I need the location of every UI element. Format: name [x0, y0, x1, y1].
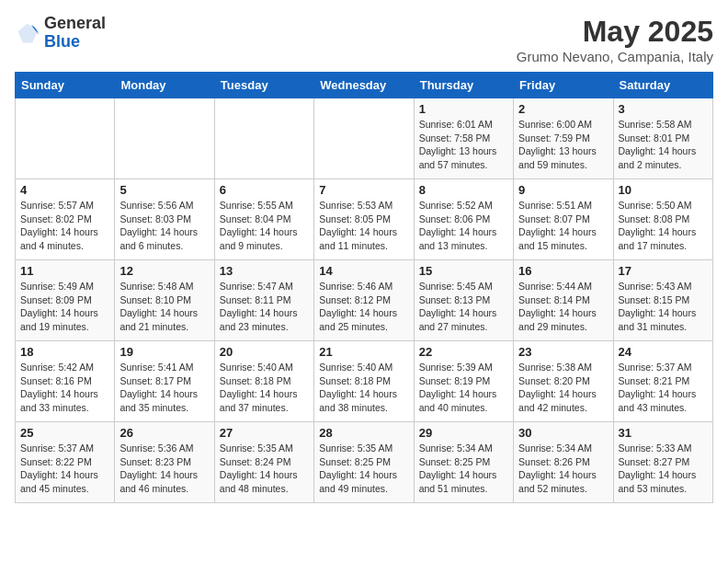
calendar-cell: 14Sunrise: 5:46 AM Sunset: 8:12 PM Dayli… [314, 260, 414, 341]
day-info: Sunrise: 5:38 AM Sunset: 8:20 PM Dayligh… [518, 361, 608, 415]
calendar-cell: 26Sunrise: 5:36 AM Sunset: 8:23 PM Dayli… [115, 422, 214, 503]
calendar-cell: 30Sunrise: 5:34 AM Sunset: 8:26 PM Dayli… [514, 422, 613, 503]
day-info: Sunrise: 5:55 AM Sunset: 8:04 PM Dayligh… [220, 199, 309, 253]
weekday-header: Tuesday [214, 73, 313, 98]
calendar-cell: 7Sunrise: 5:53 AM Sunset: 8:05 PM Daylig… [314, 179, 414, 260]
day-number: 31 [619, 426, 708, 440]
day-info: Sunrise: 5:35 AM Sunset: 8:25 PM Dayligh… [319, 442, 408, 496]
calendar-cell: 9Sunrise: 5:51 AM Sunset: 8:07 PM Daylig… [514, 179, 613, 260]
day-info: Sunrise: 5:57 AM Sunset: 8:02 PM Dayligh… [20, 199, 109, 253]
logo-blue: Blue [44, 32, 80, 51]
calendar-cell: 28Sunrise: 5:35 AM Sunset: 8:25 PM Dayli… [314, 422, 414, 503]
day-number: 29 [419, 426, 508, 440]
day-info: Sunrise: 5:40 AM Sunset: 8:18 PM Dayligh… [319, 361, 408, 415]
calendar-cell [314, 98, 414, 179]
day-number: 13 [220, 264, 309, 278]
calendar-header: SundayMondayTuesdayWednesdayThursdayFrid… [16, 73, 713, 98]
day-number: 22 [419, 345, 508, 359]
calendar-cell: 22Sunrise: 5:39 AM Sunset: 8:19 PM Dayli… [414, 341, 513, 422]
day-number: 16 [518, 264, 608, 278]
day-info: Sunrise: 5:35 AM Sunset: 8:24 PM Dayligh… [220, 442, 309, 496]
day-number: 4 [20, 183, 109, 197]
calendar-cell: 20Sunrise: 5:40 AM Sunset: 8:18 PM Dayli… [214, 341, 313, 422]
calendar-cell: 16Sunrise: 5:44 AM Sunset: 8:14 PM Dayli… [514, 260, 613, 341]
day-number: 14 [319, 264, 408, 278]
calendar-cell: 19Sunrise: 5:41 AM Sunset: 8:17 PM Dayli… [115, 341, 214, 422]
day-number: 26 [119, 426, 209, 440]
day-number: 3 [619, 102, 708, 116]
calendar-cell: 17Sunrise: 5:43 AM Sunset: 8:15 PM Dayli… [613, 260, 712, 341]
day-info: Sunrise: 5:47 AM Sunset: 8:11 PM Dayligh… [220, 280, 309, 334]
calendar-cell: 23Sunrise: 5:38 AM Sunset: 8:20 PM Dayli… [514, 341, 613, 422]
day-info: Sunrise: 5:34 AM Sunset: 8:25 PM Dayligh… [419, 442, 508, 496]
weekday-header: Saturday [613, 73, 712, 98]
day-info: Sunrise: 5:50 AM Sunset: 8:08 PM Dayligh… [619, 199, 708, 253]
day-info: Sunrise: 5:37 AM Sunset: 8:22 PM Dayligh… [20, 442, 109, 496]
logo-general: General [44, 14, 106, 32]
day-number: 10 [619, 183, 708, 197]
day-info: Sunrise: 5:36 AM Sunset: 8:23 PM Dayligh… [119, 442, 209, 496]
calendar-cell: 3Sunrise: 5:58 AM Sunset: 8:01 PM Daylig… [613, 98, 712, 179]
calendar-cell: 21Sunrise: 5:40 AM Sunset: 8:18 PM Dayli… [314, 341, 414, 422]
day-number: 5 [119, 183, 209, 197]
calendar-title: May 2025 [517, 15, 713, 49]
day-number: 9 [518, 183, 608, 197]
day-info: Sunrise: 5:52 AM Sunset: 8:06 PM Dayligh… [419, 199, 508, 253]
calendar-cell: 18Sunrise: 5:42 AM Sunset: 8:16 PM Dayli… [16, 341, 115, 422]
calendar-cell: 27Sunrise: 5:35 AM Sunset: 8:24 PM Dayli… [214, 422, 313, 503]
calendar-cell: 4Sunrise: 5:57 AM Sunset: 8:02 PM Daylig… [16, 179, 115, 260]
weekday-header: Thursday [414, 73, 513, 98]
svg-marker-0 [18, 23, 38, 42]
page-header: General Blue May 2025 Grumo Nevano, Camp… [15, 15, 713, 64]
day-number: 2 [518, 102, 608, 116]
calendar-cell: 10Sunrise: 5:50 AM Sunset: 8:08 PM Dayli… [613, 179, 712, 260]
day-info: Sunrise: 5:58 AM Sunset: 8:01 PM Dayligh… [619, 118, 708, 172]
day-number: 15 [419, 264, 508, 278]
day-info: Sunrise: 5:45 AM Sunset: 8:13 PM Dayligh… [419, 280, 508, 334]
day-number: 21 [319, 345, 408, 359]
day-number: 27 [220, 426, 309, 440]
calendar-cell: 11Sunrise: 5:49 AM Sunset: 8:09 PM Dayli… [16, 260, 115, 341]
day-number: 7 [319, 183, 408, 197]
calendar-cell: 31Sunrise: 5:33 AM Sunset: 8:27 PM Dayli… [613, 422, 712, 503]
day-number: 12 [119, 264, 209, 278]
day-number: 19 [119, 345, 209, 359]
day-number: 17 [619, 264, 708, 278]
calendar-cell: 13Sunrise: 5:47 AM Sunset: 8:11 PM Dayli… [214, 260, 313, 341]
calendar-cell: 15Sunrise: 5:45 AM Sunset: 8:13 PM Dayli… [414, 260, 513, 341]
day-info: Sunrise: 5:48 AM Sunset: 8:10 PM Dayligh… [119, 280, 209, 334]
day-info: Sunrise: 5:39 AM Sunset: 8:19 PM Dayligh… [419, 361, 508, 415]
weekday-header: Sunday [16, 73, 115, 98]
calendar-cell: 1Sunrise: 6:01 AM Sunset: 7:58 PM Daylig… [414, 98, 513, 179]
calendar-cell: 12Sunrise: 5:48 AM Sunset: 8:10 PM Dayli… [115, 260, 214, 341]
calendar-cell: 8Sunrise: 5:52 AM Sunset: 8:06 PM Daylig… [414, 179, 513, 260]
weekday-header: Friday [514, 73, 613, 98]
day-number: 30 [518, 426, 608, 440]
day-info: Sunrise: 5:53 AM Sunset: 8:05 PM Dayligh… [319, 199, 408, 253]
logo-icon [15, 20, 40, 46]
day-info: Sunrise: 6:00 AM Sunset: 7:59 PM Dayligh… [518, 118, 608, 172]
calendar-cell: 5Sunrise: 5:56 AM Sunset: 8:03 PM Daylig… [115, 179, 214, 260]
day-number: 28 [319, 426, 408, 440]
day-info: Sunrise: 6:01 AM Sunset: 7:58 PM Dayligh… [419, 118, 508, 172]
calendar-table: SundayMondayTuesdayWednesdayThursdayFrid… [15, 72, 713, 503]
day-number: 18 [20, 345, 109, 359]
day-number: 25 [20, 426, 109, 440]
calendar-cell [214, 98, 313, 179]
day-info: Sunrise: 5:34 AM Sunset: 8:26 PM Dayligh… [518, 442, 608, 496]
day-number: 8 [419, 183, 508, 197]
day-info: Sunrise: 5:43 AM Sunset: 8:15 PM Dayligh… [619, 280, 708, 334]
day-number: 11 [20, 264, 109, 278]
logo: General Blue [15, 15, 106, 52]
calendar-cell [115, 98, 214, 179]
day-info: Sunrise: 5:33 AM Sunset: 8:27 PM Dayligh… [619, 442, 708, 496]
day-info: Sunrise: 5:46 AM Sunset: 8:12 PM Dayligh… [319, 280, 408, 334]
day-number: 23 [518, 345, 608, 359]
day-number: 1 [419, 102, 508, 116]
day-number: 24 [619, 345, 708, 359]
day-info: Sunrise: 5:56 AM Sunset: 8:03 PM Dayligh… [119, 199, 209, 253]
calendar-cell: 25Sunrise: 5:37 AM Sunset: 8:22 PM Dayli… [16, 422, 115, 503]
calendar-cell [16, 98, 115, 179]
day-info: Sunrise: 5:41 AM Sunset: 8:17 PM Dayligh… [119, 361, 209, 415]
day-info: Sunrise: 5:49 AM Sunset: 8:09 PM Dayligh… [20, 280, 109, 334]
